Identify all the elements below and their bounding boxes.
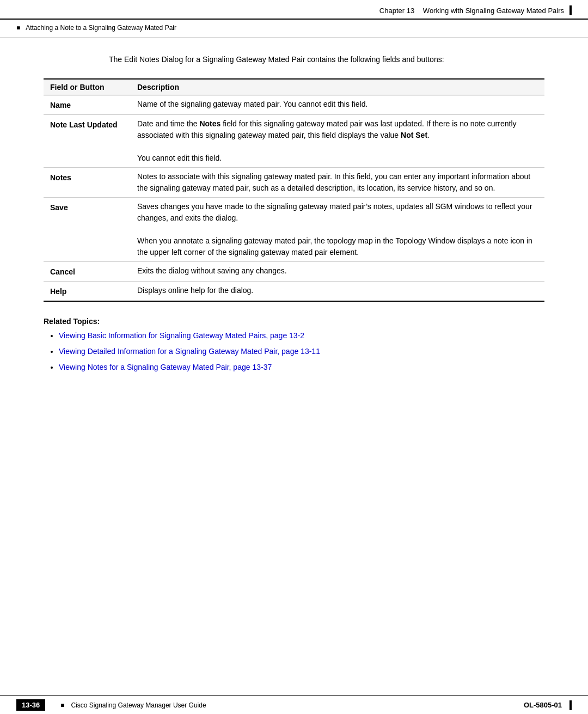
related-topics-list: Viewing Basic Information for Signaling … [44,330,544,373]
table-row: Save Saves changes you have made to the … [44,198,544,262]
sub-header-text: Attaching a Note to a Signaling Gateway … [26,24,176,32]
field-save-desc: Saves changes you have made to the signa… [131,198,544,262]
table-row: Notes Notes to associate with this signa… [44,168,544,198]
intro-paragraph: The Edit Notes Dialog for a Signaling Ga… [109,54,544,65]
col-header-field: Field or Button [44,79,131,95]
header-chapter: Chapter 13 [379,7,414,15]
footer-right-bar-icon [569,700,572,710]
related-topics-title: Related Topics: [44,317,544,326]
list-item: Viewing Basic Information for Signaling … [59,330,544,341]
footer-left: 13-36 ■ Cisco Signaling Gateway Manager … [16,699,206,711]
field-cancel-desc: Exits the dialog without saving any chan… [131,262,544,282]
not-set-bold: Not Set [401,131,427,139]
main-content: The Edit Notes Dialog for a Signaling Ga… [0,38,588,695]
related-link-2[interactable]: Viewing Detailed Information for a Signa… [59,347,320,356]
footer-guide-text: Cisco Signaling Gateway Manager User Gui… [71,701,206,709]
footer-right: OL-5805-01 [524,700,572,710]
table-row: Help Displays online help for the dialog… [44,282,544,302]
table-row: Cancel Exits the dialog without saving a… [44,262,544,282]
footer-content: 13-36 ■ Cisco Signaling Gateway Manager … [16,699,572,711]
page-container: Chapter 13 Working with Signaling Gatewa… [0,0,588,714]
field-help-label: Help [44,282,131,302]
footer-page-number: 13-36 [16,699,45,711]
footer-bar-icon: ■ [60,701,64,709]
field-note-last-updated-desc: Date and time the Notes field for this s… [131,115,544,168]
table-row: Name Name of the signaling gateway mated… [44,95,544,115]
list-item: Viewing Notes for a Signaling Gateway Ma… [59,362,544,373]
field-name-desc: Name of the signaling gateway mated pair… [131,95,544,115]
notes-bold: Notes [199,119,220,128]
page-footer: 13-36 ■ Cisco Signaling Gateway Manager … [0,695,588,714]
header-bar-icon [569,5,572,15]
related-link-3[interactable]: Viewing Notes for a Signaling Gateway Ma… [59,363,272,371]
field-help-desc: Displays online help for the dialog. [131,282,544,302]
table-row: Note Last Updated Date and time the Note… [44,115,544,168]
field-name-label: Name [44,95,131,115]
field-save-label: Save [44,198,131,262]
related-topics-section: Related Topics: Viewing Basic Informatio… [44,317,544,373]
list-item: Viewing Detailed Information for a Signa… [59,346,544,357]
field-notes-desc: Notes to associate with this signaling g… [131,168,544,198]
sub-header-icon: ■ [16,24,20,32]
fields-table: Field or Button Description Name Name of… [44,78,544,302]
col-header-description: Description [131,79,544,95]
field-notes-label: Notes [44,168,131,198]
page-header: Chapter 13 Working with Signaling Gatewa… [0,0,588,20]
related-link-1[interactable]: Viewing Basic Information for Signaling … [59,331,304,340]
header-title: Working with Signaling Gateway Mated Pai… [423,7,564,15]
footer-doc-number: OL-5805-01 [524,701,562,709]
field-cancel-label: Cancel [44,262,131,282]
field-note-last-updated-label: Note Last Updated [44,115,131,168]
sub-header: ■ Attaching a Note to a Signaling Gatewa… [0,20,588,38]
